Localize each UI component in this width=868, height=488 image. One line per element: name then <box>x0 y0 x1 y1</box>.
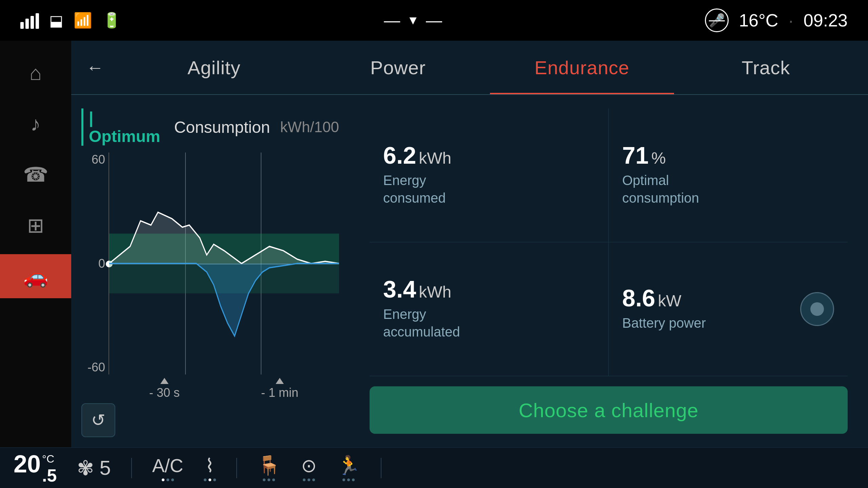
dropdown-arrow[interactable]: ▼ <box>407 13 419 27</box>
stats-section: 6.2kWh Energyconsumed 71% Optimalconsump… <box>349 95 868 447</box>
stat-energy-accumulated: 3.4kWh Energyaccumulated <box>370 242 609 376</box>
stats-grid: 6.2kWh Energyconsumed 71% Optimalconsump… <box>370 108 848 376</box>
music-icon: ♪ <box>31 112 41 136</box>
chart-canvas <box>108 152 339 374</box>
main-container: ⌂ ♪ ☎ ⊞ 🚗 ← Agility Power En <box>0 41 868 447</box>
status-center: — ▼ — <box>384 11 442 30</box>
choose-challenge-button[interactable]: Choose a challenge <box>370 386 848 434</box>
phone-icon: ☎ <box>23 163 48 186</box>
battery-icon: 🔋 <box>102 12 121 29</box>
sidebar-item-phone[interactable]: ☎ <box>0 152 71 197</box>
unit-label: kWh/100 <box>280 119 339 136</box>
chart-bottom: ↺ <box>81 403 339 437</box>
chart-time-labels: - 30 s - 1 min <box>81 374 339 400</box>
back-arrow-icon: ← <box>86 57 104 78</box>
steering-dots <box>303 479 315 481</box>
main-body: | Optimum Consumption kWh/100 60 0 -60 <box>71 95 868 447</box>
divider-1 <box>131 458 132 478</box>
steering-heat-icon: ⊙ <box>301 455 317 476</box>
back-button[interactable]: ← <box>81 54 108 81</box>
steering-heat-control[interactable]: ⊙ <box>301 455 317 481</box>
seat-heat-dots <box>263 479 275 481</box>
status-dot: · <box>788 10 793 30</box>
status-bar: ⬓ 📶 🔋 — ▼ — 🎤 16°C · 09:23 <box>0 0 868 41</box>
apps-icon: ⊞ <box>27 214 44 237</box>
triangle-up-icon-2 <box>276 378 284 384</box>
chart-wrapper: 60 0 -60 <box>81 152 339 374</box>
bottom-bar: 20 °C.5 ✾ 5 A/C ⌇ 🪑 ⊙ <box>0 447 868 488</box>
record-button[interactable] <box>800 292 834 326</box>
status-left: ⬓ 📶 🔋 <box>20 12 121 29</box>
status-right: 🎤 16°C · 09:23 <box>705 8 848 32</box>
record-dot <box>810 302 824 316</box>
sidebar-item-apps[interactable]: ⊞ <box>0 203 71 247</box>
sport-dots <box>342 479 355 481</box>
sidebar-item-home[interactable]: ⌂ <box>0 51 71 95</box>
time-label-30s: - 30 s <box>149 378 180 400</box>
divider-2 <box>236 458 237 478</box>
sidebar: ⌂ ♪ ☎ ⊞ 🚗 <box>0 41 71 447</box>
time-label-1min: - 1 min <box>261 378 298 400</box>
stat-battery-power: 8.6kW Battery power <box>609 242 848 376</box>
fan-icon: ✾ <box>77 456 94 480</box>
car-icon: 🚗 <box>23 264 48 288</box>
tab-bar: ← Agility Power Endurance Track <box>71 41 868 95</box>
seat-heat-control[interactable]: 🪑 <box>257 454 281 481</box>
stat-label-2: Optimalconsumption <box>622 171 834 207</box>
stat-value-1: 6.2kWh <box>383 144 595 167</box>
chart-yaxis: 60 0 -60 <box>81 152 108 374</box>
tab-track[interactable]: Track <box>674 41 858 94</box>
stat-label-3: Energyaccumulated <box>383 305 595 341</box>
temperature-control[interactable]: 20 °C.5 <box>14 450 57 486</box>
time-display: 09:23 <box>804 10 848 30</box>
chart-section: | Optimum Consumption kWh/100 60 0 -60 <box>71 95 349 447</box>
content-area: ← Agility Power Endurance Track | Optimu… <box>71 41 868 447</box>
tab-endurance[interactable]: Endurance <box>490 41 674 94</box>
seat-recline-dots <box>204 479 216 481</box>
dash-left: — <box>384 11 400 30</box>
chart-svg <box>109 152 339 374</box>
stat-energy-consumed: 6.2kWh Energyconsumed <box>370 108 609 242</box>
ac-icon: A/C <box>152 455 183 476</box>
chart-header: | Optimum Consumption kWh/100 <box>81 108 339 146</box>
divider-3 <box>381 458 381 478</box>
sport-mode-icon: 🏃 <box>337 454 360 476</box>
stat-optimal-consumption: 71% Optimalconsumption <box>609 108 848 242</box>
stat-value-3: 3.4kWh <box>383 278 595 301</box>
fan-control[interactable]: ✾ 5 <box>77 456 111 480</box>
reset-icon: ↺ <box>91 410 105 430</box>
tab-power[interactable]: Power <box>306 41 490 94</box>
signal-bars-icon <box>20 12 39 29</box>
optimum-label: | Optimum <box>81 108 164 146</box>
ac-control[interactable]: A/C <box>152 455 183 481</box>
seat-recline-icon: ⌇ <box>205 455 214 476</box>
ac-dots <box>162 479 174 481</box>
seat-recline-control[interactable]: ⌇ <box>204 455 216 481</box>
seat-heat-icon: 🪑 <box>257 454 281 476</box>
sidebar-item-music[interactable]: ♪ <box>0 102 71 146</box>
sidebar-item-car[interactable]: 🚗 <box>0 254 71 298</box>
stat-label-1: Energyconsumed <box>383 171 595 207</box>
stat-value-2: 71% <box>622 144 834 167</box>
sport-mode-control[interactable]: 🏃 <box>337 454 360 481</box>
wifi-icon: 📶 <box>74 12 92 29</box>
dash-right: — <box>426 11 442 30</box>
bluetooth-icon: ⬓ <box>49 12 63 29</box>
home-icon: ⌂ <box>29 61 42 85</box>
temperature-display: 16°C <box>739 10 778 30</box>
mic-muted-icon[interactable]: 🎤 <box>705 8 729 32</box>
reset-button[interactable]: ↺ <box>81 403 115 437</box>
triangle-up-icon <box>160 378 169 384</box>
consumption-label: Consumption <box>174 118 270 137</box>
tab-agility[interactable]: Agility <box>122 41 306 94</box>
